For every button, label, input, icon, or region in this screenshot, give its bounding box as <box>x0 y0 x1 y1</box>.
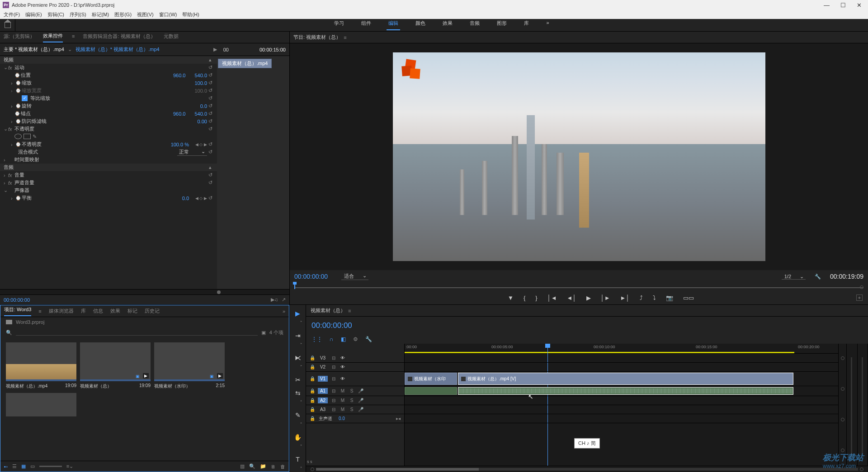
rect-mask-icon[interactable] <box>24 134 31 139</box>
ec-anchor-x[interactable]: 960.0 <box>173 111 186 117</box>
lock-icon[interactable]: 🔒 <box>310 416 315 421</box>
vzoom-handle[interactable] <box>841 387 844 391</box>
tab-menu-icon[interactable]: ≡ <box>72 33 75 41</box>
write-toggle-icon[interactable]: ▪▫ <box>4 464 8 469</box>
stopwatch-icon[interactable]: ⌚ <box>15 119 22 124</box>
panel-menu-icon[interactable]: ≡ <box>348 308 351 313</box>
icon-view-icon[interactable]: ▦ <box>21 463 26 469</box>
eye-icon[interactable]: 👁 <box>340 365 346 369</box>
lock-icon[interactable]: 🔒 <box>310 376 315 381</box>
twirl-icon[interactable]: ⌄ <box>4 65 8 70</box>
sync-lock-icon[interactable]: ⊟ <box>330 407 337 412</box>
sort-icon[interactable]: ≡⌄ <box>66 463 73 469</box>
vzoom-handle[interactable] <box>841 356 844 360</box>
project-item-thumb[interactable]: ▣▶ <box>6 342 76 381</box>
add-marker-button[interactable]: ▼ <box>508 294 514 301</box>
menu-sequence[interactable]: 序列(S) <box>68 10 88 19</box>
menu-markers[interactable]: 标记(M) <box>90 10 111 19</box>
workspace-graphics[interactable]: 图形 <box>495 20 509 30</box>
ec-opacity-value[interactable]: 100.0 % <box>171 142 189 147</box>
lock-icon[interactable]: 🔒 <box>310 398 315 403</box>
menu-graphics[interactable]: 图形(G) <box>113 10 133 19</box>
timeline-current-timecode[interactable]: 00:00:00:00 <box>311 321 352 330</box>
razor-tool[interactable]: ✂ <box>293 376 302 384</box>
project-item[interactable]: ▣▶ 视频素材（总）19:09 <box>80 342 151 389</box>
ec-current-timecode[interactable]: 00:00:00:00 <box>4 297 30 303</box>
wrench-icon[interactable]: 🔧 <box>365 336 372 342</box>
lock-icon[interactable]: 🔒 <box>310 365 315 369</box>
button-editor-button[interactable]: + <box>856 294 863 301</box>
tab-metadata[interactable]: 元数据 <box>164 33 179 42</box>
ec-anchor-y[interactable]: 540.0 <box>194 111 207 117</box>
ec-scale-value[interactable]: 100.0 <box>194 80 207 86</box>
type-tool[interactable]: T <box>293 455 302 463</box>
stopwatch-icon[interactable]: ⌚ <box>14 111 21 116</box>
mute-toggle[interactable]: M <box>340 398 346 403</box>
sync-lock-icon[interactable]: ⊟ <box>330 365 337 369</box>
new-bin-button[interactable]: 📁 <box>260 463 266 469</box>
resolution-dropdown[interactable]: 1/2 <box>782 274 806 280</box>
reset-icon[interactable]: ↺ <box>207 103 213 109</box>
timeline-sequence-name[interactable]: 视频素材（总） <box>311 307 345 314</box>
maximize-button[interactable]: ☐ <box>840 2 846 9</box>
reset-icon[interactable]: ↺ <box>207 88 213 93</box>
ec-sequence-link[interactable]: 视频素材（总）* 视频素材（总）.mp4 <box>75 46 160 53</box>
menu-window[interactable]: 窗口(W) <box>157 10 179 19</box>
eye-icon[interactable]: 👁 <box>340 376 346 381</box>
minimize-button[interactable]: — <box>824 2 830 9</box>
ec-opacity[interactable]: 不透明度 <box>14 126 207 132</box>
solo-toggle[interactable]: S <box>349 398 355 403</box>
track-master[interactable]: 主声道 <box>318 415 336 422</box>
home-button[interactable] <box>0 19 15 32</box>
new-bin-icon[interactable]: ▣ <box>261 330 266 336</box>
twirl-icon[interactable]: › <box>11 142 15 147</box>
go-to-in-button[interactable]: │◄ <box>547 294 557 301</box>
track-v2[interactable]: V2 <box>318 364 328 370</box>
comparison-view-button[interactable]: ▭▭ <box>683 294 694 301</box>
delete-button[interactable]: 🗑 <box>280 464 285 469</box>
tab-info[interactable]: 信息 <box>93 308 103 314</box>
ec-motion[interactable]: 运动 <box>14 64 207 71</box>
project-item-thumb[interactable]: ▣▶ <box>80 342 151 381</box>
twirl-icon[interactable]: › <box>4 157 8 163</box>
track-v3[interactable]: V3 <box>318 355 328 361</box>
ec-position-x[interactable]: 960.0 <box>173 73 186 78</box>
pen-tool[interactable]: ✎ <box>293 411 302 419</box>
reset-icon[interactable]: ↺ <box>207 72 213 78</box>
ec-volume[interactable]: 音量 <box>14 172 207 178</box>
master-value[interactable]: 0.0 <box>339 416 345 421</box>
twirl-icon[interactable]: › <box>11 119 15 124</box>
collapse-icon[interactable]: ▴ <box>207 164 213 170</box>
program-current-timecode[interactable]: 00:00:00:00 <box>294 273 328 280</box>
twirl-icon[interactable]: ⌄ <box>4 126 8 132</box>
track-select-tool[interactable]: ⇥ <box>293 332 302 340</box>
project-search-input[interactable] <box>16 330 258 336</box>
tab-source[interactable]: 源:（无剪辑） <box>4 33 35 42</box>
tab-audio-mixer[interactable]: 音频剪辑混合器: 视频素材（总） <box>83 33 155 42</box>
ripple-edit-tool[interactable]: ⧔ <box>293 354 302 362</box>
export-frame-button[interactable]: 📷 <box>666 294 673 301</box>
ec-antiflicker-value[interactable]: 0.00 <box>198 119 207 124</box>
track-a2[interactable]: A2 <box>318 397 328 403</box>
ec-rotation-value[interactable]: 0.0 <box>200 103 207 109</box>
close-button[interactable]: ✕ <box>857 2 862 9</box>
timeline-audio-clip-selected[interactable] <box>458 387 793 395</box>
project-item[interactable] <box>6 393 76 416</box>
workspace-overflow[interactable]: » <box>544 20 551 30</box>
timeline-ruler[interactable]: :00:00 00:00:05:00 00:00:10:00 00:00:15:… <box>405 344 838 354</box>
lift-button[interactable]: ⤴ <box>640 294 643 301</box>
program-video-area[interactable] <box>290 43 868 270</box>
panel-menu-icon[interactable]: ≡ <box>38 308 41 314</box>
ec-balance-value[interactable]: 0.0 <box>182 196 189 201</box>
tab-markers[interactable]: 标记 <box>127 308 137 314</box>
workspace-effects[interactable]: 效果 <box>441 20 454 30</box>
ec-zoom-thumb[interactable] <box>217 290 221 294</box>
twirl-icon[interactable]: › <box>11 103 15 109</box>
list-view-icon[interactable]: ☰ <box>12 463 17 469</box>
go-to-out-button[interactable]: ►│ <box>620 294 630 301</box>
project-item-thumb[interactable] <box>6 393 76 416</box>
lock-icon[interactable]: 🔒 <box>310 388 315 393</box>
lock-icon[interactable]: 🔒 <box>310 355 315 360</box>
timeline-audio-clip[interactable] <box>405 387 457 395</box>
tabs-overflow-icon[interactable]: » <box>283 308 285 314</box>
